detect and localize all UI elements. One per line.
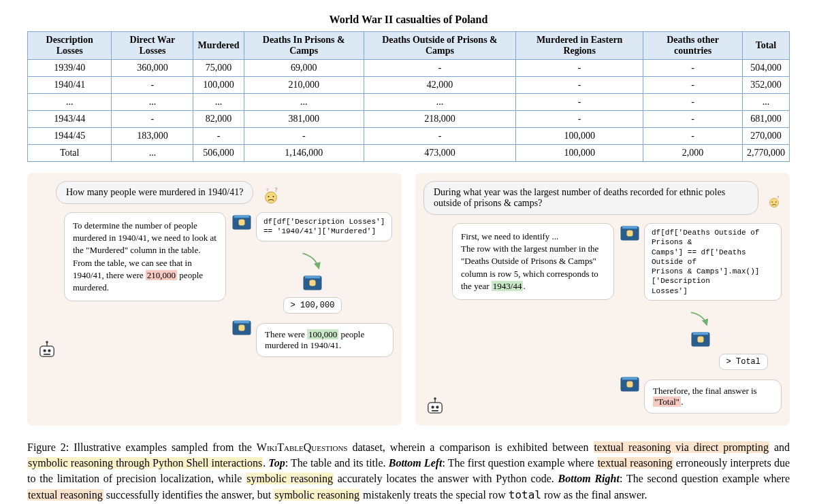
svg-point-19 xyxy=(775,201,777,203)
table-cell: ... xyxy=(193,94,244,111)
wrong-value-highlight: 210,000 xyxy=(146,270,177,280)
table-row: 1943/44-82,000381,000218,000--681,000 xyxy=(28,111,790,128)
example-left: How many people were murdered in 1940/41… xyxy=(27,173,402,426)
table-cell: 100,000 xyxy=(193,77,244,94)
table-cell: - xyxy=(112,77,193,94)
table-cell: - xyxy=(364,128,515,145)
table-row: Total...506,0001,146,000473,000100,0002,… xyxy=(28,145,790,162)
table-cell: ... xyxy=(112,94,193,111)
examples-row: How many people were murdered in 1940/41… xyxy=(27,173,790,426)
question-bubble-1: How many people were murdered in 1940/41… xyxy=(56,181,253,204)
table-cell: - xyxy=(643,128,743,145)
example-right: During what year was the largest number … xyxy=(415,173,790,426)
correct-value-highlight: 100,000 xyxy=(307,329,338,339)
table-cell: - xyxy=(516,60,643,77)
table-cell: 1943/44 xyxy=(28,111,112,128)
symbolic-answer-1: There were 100,000 people murdered in 19… xyxy=(256,323,394,357)
table-header: Direct War Losses xyxy=(112,32,193,60)
arrow-down-icon xyxy=(686,310,716,331)
symbolic-reasoning-phrase: symbolic reasoning xyxy=(274,489,360,501)
svg-rect-12 xyxy=(234,216,250,218)
table-cell: - xyxy=(193,128,244,145)
table-cell: 504,000 xyxy=(742,60,789,77)
python-icon xyxy=(690,329,711,350)
svg-rect-16 xyxy=(234,320,250,323)
table-cell: - xyxy=(643,77,743,94)
svg-point-6 xyxy=(43,349,46,352)
svg-point-1 xyxy=(268,196,270,197)
svg-point-26 xyxy=(434,397,436,399)
question-bubble-2: During what year was the largest number … xyxy=(423,181,758,215)
svg-rect-14 xyxy=(305,275,321,278)
table-cell: Total xyxy=(28,145,112,162)
symbolic-reasoning-phrase: symbolic reasoning xyxy=(246,473,334,484)
table-header: Murdered xyxy=(193,32,244,60)
table-cell: - xyxy=(244,128,364,145)
python-icon xyxy=(620,223,640,243)
correct-value-highlight: 1943/44 xyxy=(492,281,524,291)
figure-caption: Figure 2: Illustrative examples sampled … xyxy=(27,439,790,503)
svg-point-10 xyxy=(46,341,48,343)
svg-rect-21 xyxy=(428,403,442,413)
table-row: 1939/40360,00075,00069,000---504,000 xyxy=(28,60,790,77)
table-cell: ... xyxy=(28,94,112,111)
table-cell: 82,000 xyxy=(193,111,244,128)
table-cell: 473,000 xyxy=(364,145,515,162)
table-cell: 100,000 xyxy=(516,128,643,145)
table-cell: 681,000 xyxy=(742,111,789,128)
textual-reasoning-phrase: textual reasoning xyxy=(597,457,673,469)
svg-rect-5 xyxy=(40,346,54,356)
textual-reasoning-bubble-2: First, we need to identify ... The row w… xyxy=(452,223,614,300)
python-icon xyxy=(231,318,252,338)
table-cell: - xyxy=(516,111,643,128)
table-header: Deaths other countries xyxy=(643,32,743,60)
table-cell: 506,000 xyxy=(193,145,244,162)
table-row: ...............--... xyxy=(28,94,790,111)
thinking-face-icon: ?? xyxy=(261,187,281,206)
table-cell: 100,000 xyxy=(516,145,643,162)
robot-icon xyxy=(423,394,447,418)
svg-text:?: ? xyxy=(777,195,779,199)
arrow-down-icon xyxy=(298,251,327,274)
table-cell: 352,000 xyxy=(742,77,789,94)
svg-text:?: ? xyxy=(275,187,278,193)
table-cell: 1944/45 xyxy=(28,128,112,145)
table-cell: - xyxy=(643,111,743,128)
symbolic-answer-2: Therefore, the final answer is "Total". xyxy=(644,380,782,414)
table-cell: ... xyxy=(742,94,789,111)
table-row: 1940/41-100,000210,00042,000--352,000 xyxy=(28,77,790,94)
python-icon xyxy=(302,273,323,293)
output-bubble-2: > Total xyxy=(719,354,768,370)
table-cell: ... xyxy=(364,94,515,111)
table-cell: 42,000 xyxy=(364,77,515,94)
svg-point-0 xyxy=(266,192,277,203)
python-icon xyxy=(231,212,252,233)
table-cell: - xyxy=(516,77,643,94)
table-cell: ... xyxy=(244,94,364,111)
symbolic-reasoning-phrase: symbolic reasoning through Python Shell … xyxy=(27,457,263,469)
table-cell: 183,000 xyxy=(112,128,193,145)
table-cell: 218,000 xyxy=(364,111,515,128)
casualties-table: Description LossesDirect War LossesMurde… xyxy=(27,31,790,162)
svg-rect-24 xyxy=(432,410,438,411)
table-cell: 1939/40 xyxy=(28,60,112,77)
table-cell: 2,000 xyxy=(643,145,743,162)
svg-point-22 xyxy=(431,406,434,409)
code-bubble-2: df[df['Deaths Outside of Prisons & Camps… xyxy=(644,223,782,301)
textual-reasoning-phrase: textual reasoning xyxy=(27,489,103,501)
svg-rect-8 xyxy=(44,354,50,355)
code-bubble-1: df[df['Description Losses'] == '1940/41'… xyxy=(256,212,392,241)
table-cell: 69,000 xyxy=(244,60,364,77)
table-cell: - xyxy=(516,94,643,111)
robot-icon xyxy=(35,338,59,361)
table-cell: ... xyxy=(112,145,193,162)
code-token: total xyxy=(509,488,541,501)
textual-reasoning-phrase: textual reasoning via direct prompting xyxy=(594,441,769,453)
table-header: Deaths Outside of Prisons & Camps xyxy=(364,32,515,60)
table-cell: 1940/41 xyxy=(28,77,112,94)
table-cell: 381,000 xyxy=(244,111,364,128)
table-cell: 210,000 xyxy=(244,77,364,94)
table-header: Murdered in Eastern Regions xyxy=(516,32,643,60)
table-cell: - xyxy=(112,111,193,128)
table-header: Description Losses xyxy=(28,32,112,60)
